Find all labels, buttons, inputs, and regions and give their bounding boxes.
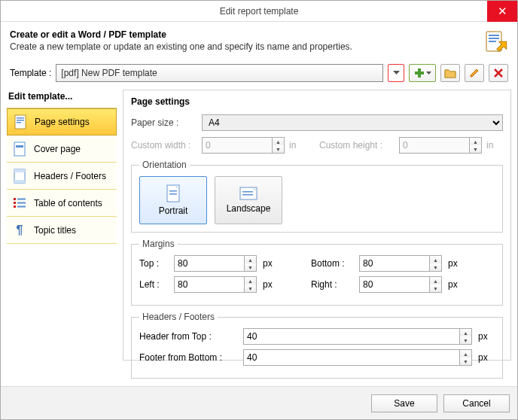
paper-size-label: Paper size : (131, 117, 197, 128)
custom-height-stepper: ▲▼ (399, 137, 482, 154)
toc-icon (13, 196, 26, 211)
portrait-card[interactable]: Portrait (139, 176, 207, 224)
titlebar: Edit report template ✕ (1, 1, 517, 22)
nav-item-topic-titles[interactable]: ¶ Topic titles (7, 217, 117, 244)
svg-rect-1 (489, 35, 499, 36)
settings-heading: Page settings (131, 96, 503, 107)
paper-size-select[interactable]: A4 (202, 114, 503, 131)
svg-rect-2 (489, 38, 499, 39)
nav-item-toc[interactable]: Table of contents (7, 190, 117, 217)
svg-rect-5 (415, 72, 424, 75)
svg-rect-13 (14, 169, 25, 172)
nav-label: Topic titles (34, 225, 76, 236)
header-title: Create or edit a Word / PDF template (10, 29, 166, 40)
nav-panel: Edit template... Page settings Cover pag… (7, 90, 117, 361)
unit: px (263, 258, 279, 269)
unit: px (263, 279, 279, 290)
orientation-legend: Orientation (139, 160, 190, 170)
delete-button[interactable] (489, 64, 508, 82)
hf-legend: Headers / Footers (139, 312, 218, 322)
svg-rect-3 (489, 41, 496, 42)
page-icon (14, 114, 27, 129)
footer-bottom-label: Footer from Bottom : (139, 352, 237, 363)
dialog-footer: Save Cancel (1, 386, 517, 419)
custom-height-label: Custom height : (319, 140, 395, 151)
svg-rect-9 (17, 122, 21, 123)
svg-rect-7 (17, 117, 24, 119)
right-stepper[interactable]: ▲▼ (359, 276, 442, 293)
cw-unit: in (289, 140, 306, 151)
svg-rect-14 (14, 180, 25, 183)
template-label: Template : (10, 68, 51, 78)
ch-unit: in (486, 140, 503, 151)
portrait-label: Portrait (159, 205, 188, 216)
orientation-group: Orientation Portrait Landscape (131, 160, 503, 233)
nav-item-page-settings[interactable]: Page settings (7, 108, 117, 135)
svg-rect-19 (14, 205, 16, 208)
add-template-button[interactable] (409, 64, 436, 82)
svg-rect-8 (17, 120, 24, 121)
header-top-stepper[interactable]: ▲▼ (243, 328, 472, 345)
nav-label: Page settings (35, 117, 90, 127)
unit: px (448, 279, 465, 290)
headers-icon (13, 169, 26, 184)
right-label: Right : (311, 279, 353, 290)
template-combo[interactable]: [pdf] New PDF template (56, 64, 383, 82)
bottom-label: Bottom : (311, 258, 353, 269)
nav-label: Cover page (34, 144, 81, 154)
header: Create or edit a Word / PDF template Cre… (1, 22, 517, 59)
nav-label: Headers / Footers (34, 171, 106, 181)
svg-rect-20 (17, 205, 26, 207)
footer-bottom-stepper[interactable]: ▲▼ (243, 349, 472, 366)
nav-label: Table of contents (34, 198, 102, 208)
svg-rect-11 (16, 145, 23, 148)
header-top-label: Header from Top : (139, 331, 237, 342)
header-subtitle: Create a new template or update an exist… (10, 41, 352, 52)
template-row: Template : [pdf] New PDF template (1, 59, 517, 90)
svg-rect-15 (14, 198, 16, 200)
headers-footers-group: Headers / Footers Header from Top : ▲▼ p… (131, 312, 503, 379)
edit-button[interactable] (465, 64, 484, 82)
margins-legend: Margins (139, 239, 178, 249)
top-stepper[interactable]: ▲▼ (174, 255, 257, 272)
svg-rect-23 (169, 193, 177, 195)
svg-rect-17 (14, 202, 16, 204)
open-folder-button[interactable] (440, 64, 460, 82)
nav-heading: Edit template... (8, 91, 117, 102)
svg-rect-18 (17, 202, 26, 203)
svg-rect-26 (242, 194, 253, 196)
nav-item-headers-footers[interactable]: Headers / Footers (7, 163, 117, 190)
svg-rect-25 (242, 191, 253, 193)
template-dropdown-button[interactable] (388, 64, 404, 82)
left-stepper[interactable]: ▲▼ (174, 276, 257, 293)
svg-rect-16 (17, 198, 26, 199)
margins-group: Margins Top : ▲▼ px Bottom : ▲▼ px Left … (131, 239, 503, 306)
svg-rect-10 (14, 142, 25, 156)
custom-width-label: Custom width : (131, 140, 197, 151)
unit: px (478, 331, 495, 342)
nav-item-cover-page[interactable]: Cover page (7, 135, 117, 163)
unit: px (478, 352, 495, 363)
save-button[interactable]: Save (371, 394, 437, 412)
svg-rect-22 (169, 190, 177, 192)
custom-width-stepper: ▲▼ (202, 137, 285, 154)
template-hero-icon (484, 29, 508, 53)
window-title: Edit report template (220, 6, 299, 17)
landscape-icon (239, 187, 257, 200)
close-icon[interactable]: ✕ (487, 1, 517, 22)
unit: px (448, 258, 465, 269)
cover-icon (13, 142, 26, 157)
bottom-stepper[interactable]: ▲▼ (359, 255, 442, 272)
top-label: Top : (139, 258, 168, 269)
left-label: Left : (139, 279, 168, 290)
portrait-icon (166, 184, 180, 202)
landscape-card[interactable]: Landscape (215, 176, 282, 224)
landscape-label: Landscape (227, 203, 271, 214)
settings-panel: Page settings Paper size : A4 Custom wid… (123, 90, 511, 361)
cancel-button[interactable]: Cancel (443, 394, 510, 412)
pilcrow-icon: ¶ (13, 223, 26, 238)
